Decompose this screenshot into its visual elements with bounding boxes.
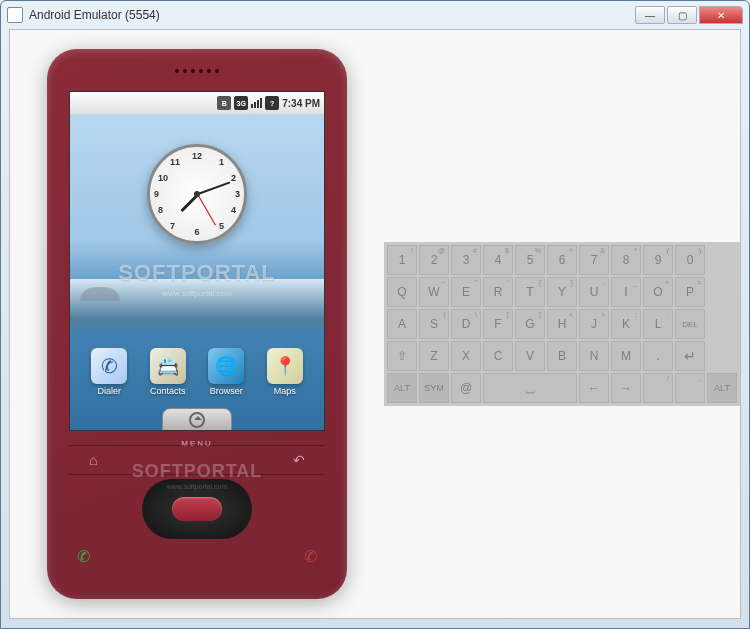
key-3[interactable]: 3# [451,245,481,275]
key-alt[interactable]: ALT [707,373,737,403]
key-s[interactable]: S| [419,309,449,339]
titlebar[interactable]: Android Emulator (5554) — ▢ ✕ [1,1,749,29]
wallpaper-horizon [70,279,324,329]
dialer-icon [91,348,127,384]
device-panel: B 3G ? 7:34 PM 12 1 2 3 [10,30,384,618]
threeg-icon: 3G [234,96,248,110]
app-contacts[interactable]: Contacts [150,348,186,396]
key-f[interactable]: F[ [483,309,513,339]
signal-icon [251,98,262,108]
call-button[interactable]: ✆ [77,547,90,566]
key-2[interactable]: 2@ [419,245,449,275]
unknown-icon: ? [265,96,279,110]
key-l[interactable]: L: [643,309,673,339]
key-@[interactable]: @ [451,373,481,403]
key-alt[interactable]: ALT [387,373,417,403]
home-button[interactable]: ⌂ [89,452,97,468]
key-c[interactable]: C [483,341,513,371]
key-h[interactable]: H< [547,309,577,339]
key-space wide[interactable] [483,373,577,403]
key-g[interactable]: G] [515,309,545,339]
key-x[interactable]: X [451,341,481,371]
trackball-button[interactable] [172,497,222,521]
key-r[interactable]: R' [483,277,513,307]
key-0[interactable]: 0) [675,245,705,275]
key-9[interactable]: 9( [643,245,673,275]
maximize-button[interactable]: ▢ [667,6,697,24]
key-i[interactable]: I_ [611,277,641,307]
home-screen[interactable]: 12 1 2 3 4 5 6 7 8 9 10 [70,114,324,431]
bluetooth-icon: B [217,96,231,110]
key-sym[interactable]: SYM [419,373,449,403]
key-z[interactable]: Z [419,341,449,371]
earpiece [175,69,219,73]
key-.[interactable]: . [643,341,673,371]
key-w[interactable]: W~ [419,277,449,307]
minute-hand [198,181,231,195]
keyboard-panel: 1!2@3#4$5%6^7&8*9(0)QW~E"R'T{Y}U-I_O+P=A… [384,30,740,618]
key-d[interactable]: D\ [451,309,481,339]
end-call-button[interactable]: ✆ [304,547,317,566]
app-browser[interactable]: Browser [208,348,244,396]
app-dialer[interactable]: Dialer [91,348,127,396]
app-icon [7,7,23,23]
key-4[interactable]: 4$ [483,245,513,275]
minimize-button[interactable]: — [635,6,665,24]
window-title: Android Emulator (5554) [29,8,633,22]
call-row: ✆ ✆ [77,547,317,566]
drawer-icon [189,412,205,428]
key-j[interactable]: J> [579,309,609,339]
key-blank[interactable]: , [675,373,705,403]
key-a[interactable]: A [387,309,417,339]
key-b[interactable]: B [547,341,577,371]
emulator-keyboard: 1!2@3#4$5%6^7&8*9(0)QW~E"R'T{Y}U-I_O+P=A… [384,242,740,406]
key-e[interactable]: E" [451,277,481,307]
status-bar[interactable]: B 3G ? 7:34 PM [70,92,324,114]
key-→[interactable]: → [611,373,641,403]
phone-body: B 3G ? 7:34 PM 12 1 2 3 [47,49,347,599]
app-drawer-handle[interactable] [162,408,232,431]
key-m[interactable]: M [611,341,641,371]
back-button[interactable]: ↶ [293,452,305,468]
nav-row: ⌂ ↶ [69,445,325,475]
key-1[interactable]: 1! [387,245,417,275]
key-u[interactable]: U- [579,277,609,307]
app-maps[interactable]: Maps [267,348,303,396]
contacts-icon [150,348,186,384]
key-p[interactable]: P= [675,277,705,307]
app-window: Android Emulator (5554) — ▢ ✕ B 3G ? 7:3… [0,0,750,629]
status-time: 7:34 PM [282,98,320,109]
key-enter[interactable] [675,341,705,371]
key-del[interactable]: DEL [675,309,705,339]
key-shift[interactable] [387,341,417,371]
browser-icon [208,348,244,384]
key-←[interactable]: ← [579,373,609,403]
clock-widget[interactable]: 12 1 2 3 4 5 6 7 8 9 10 [147,144,247,244]
key-n[interactable]: N [579,341,609,371]
clock-face: 12 1 2 3 4 5 6 7 8 9 10 [147,144,247,244]
key-v[interactable]: V [515,341,545,371]
key-blank[interactable]: / [643,373,673,403]
maps-icon [267,348,303,384]
phone-screen[interactable]: B 3G ? 7:34 PM 12 1 2 3 [69,91,325,431]
key-6[interactable]: 6^ [547,245,577,275]
watermark-sub: www.softportal.com [162,289,231,298]
key-5[interactable]: 5% [515,245,545,275]
key-7[interactable]: 7& [579,245,609,275]
close-button[interactable]: ✕ [699,6,743,24]
watermark-2-sub: www.softportal.com [167,483,228,490]
key-o[interactable]: O+ [643,277,673,307]
second-hand [197,194,216,226]
key-8[interactable]: 8* [611,245,641,275]
key-k[interactable]: K; [611,309,641,339]
client-area: B 3G ? 7:34 PM 12 1 2 3 [9,29,741,619]
key-q[interactable]: Q [387,277,417,307]
key-t[interactable]: T{ [515,277,545,307]
key-y[interactable]: Y} [547,277,577,307]
app-row: Dialer Contacts Browser [70,348,324,396]
window-controls: — ▢ ✕ [633,6,743,24]
